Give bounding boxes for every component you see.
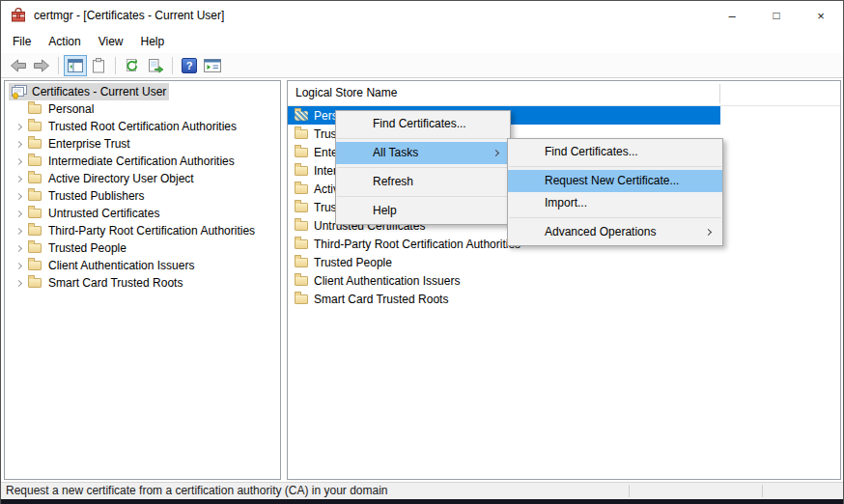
list-row-label: Client Authentication Issuers	[314, 274, 460, 288]
folder-icon	[28, 156, 42, 166]
folder-icon	[28, 174, 42, 183]
tree-item-enterprise-trust[interactable]: Enterprise Trust	[5, 135, 280, 153]
back-arrow-icon	[10, 58, 27, 73]
menu-help[interactable]: Help	[132, 30, 174, 53]
submenu-chevron-icon	[705, 229, 712, 236]
folder-icon	[295, 221, 308, 231]
folder-icon	[295, 239, 308, 249]
menu-item-label: Help	[373, 204, 397, 217]
menu-item-label: Refresh	[373, 175, 413, 188]
expand-chevron-icon[interactable]	[11, 125, 26, 129]
help-button[interactable]	[178, 55, 201, 76]
list-row[interactable]: Trusted People	[288, 253, 840, 271]
submenu-chevron-icon	[492, 150, 499, 156]
window-title: certmgr - [Certificates - Current User]	[34, 1, 224, 30]
tree-item-trusted-people[interactable]: Trusted People	[5, 239, 280, 257]
submenu-find-certificates[interactable]: Find Certificates...	[508, 141, 722, 163]
expand-chevron-icon[interactable]	[11, 246, 26, 251]
menu-separator	[337, 138, 509, 139]
status-text: Request a new certificate from a certifi…	[1, 483, 843, 499]
tree-item-client-authentication-issuers[interactable]: Client Authentication Issuers	[5, 257, 280, 274]
export-list-button[interactable]	[144, 55, 167, 76]
console-tree-pane: Certificates - Current User Personal Tru…	[4, 80, 281, 480]
tree-item-third-party-root-certification-authorities[interactable]: Third-Party Root Certification Authoriti…	[5, 222, 280, 239]
expand-chevron-icon[interactable]	[11, 177, 26, 182]
toolbar	[1, 53, 843, 78]
folder-icon	[295, 148, 308, 157]
folder-icon	[28, 278, 42, 288]
tree-item-untrusted-certificates[interactable]: Untrusted Certificates	[5, 205, 280, 222]
tree-item-active-directory-user-object[interactable]: Active Directory User Object	[5, 170, 280, 187]
menu-separator	[509, 166, 721, 167]
expand-chevron-icon[interactable]	[11, 159, 26, 164]
minimize-button[interactable]: –	[710, 1, 754, 30]
title-bar: certmgr - [Certificates - Current User] …	[1, 1, 843, 30]
back-button[interactable]	[7, 55, 30, 76]
show-action-pane-button[interactable]	[201, 55, 224, 76]
tree-root-selection: Certificates - Current User	[9, 83, 169, 100]
expand-chevron-icon[interactable]	[11, 194, 26, 199]
statusbar-divider	[762, 485, 763, 497]
expand-chevron-icon[interactable]	[11, 211, 26, 216]
close-button[interactable]: ×	[799, 1, 843, 30]
expand-chevron-icon[interactable]	[11, 142, 26, 147]
context-menu-all-tasks[interactable]: All Tasks	[336, 142, 510, 164]
context-menu-help[interactable]: Help	[336, 200, 510, 222]
menu-bar: File Action View Help	[1, 30, 843, 53]
menu-item-label: Request New Certificate...	[545, 174, 679, 187]
tree-item-label: Trusted Publishers	[48, 189, 145, 203]
toolbar-separator	[172, 57, 173, 74]
expand-chevron-icon[interactable]	[11, 264, 26, 268]
forward-button[interactable]	[30, 55, 53, 76]
tree-item-label: Trusted Root Certification Authorities	[48, 120, 237, 133]
folder-icon	[295, 258, 308, 267]
window-bottom-edge	[1, 499, 843, 504]
list-row-label: Smart Card Trusted Roots	[314, 293, 448, 306]
tree-item-label: Smart Card Trusted Roots	[48, 276, 183, 290]
column-header-logical-store-name[interactable]: Logical Store Name	[288, 81, 840, 105]
folder-icon	[28, 243, 42, 253]
folder-icon	[28, 191, 42, 201]
clipboard-button[interactable]	[87, 55, 110, 76]
expand-chevron-icon[interactable]	[11, 281, 26, 286]
tree-item-smart-card-trusted-roots[interactable]: Smart Card Trusted Roots	[5, 274, 280, 292]
menu-action[interactable]: Action	[40, 30, 89, 53]
certmgr-window: certmgr - [Certificates - Current User] …	[0, 0, 844, 504]
column-divider[interactable]	[719, 84, 720, 103]
list-header: Logical Store Name	[288, 81, 840, 106]
folder-icon	[28, 104, 42, 114]
list-row[interactable]: Smart Card Trusted Roots	[288, 290, 840, 308]
menu-item-label: All Tasks	[373, 146, 418, 159]
toolbar-separator	[58, 57, 59, 74]
help-icon	[182, 58, 197, 73]
refresh-icon	[125, 58, 140, 73]
tree-root-certificates-current-user[interactable]: Certificates - Current User	[5, 83, 280, 100]
folder-icon	[295, 129, 308, 139]
menu-separator	[337, 196, 509, 197]
maximize-button[interactable]: □	[754, 1, 799, 30]
menu-separator	[509, 217, 721, 218]
clipboard-icon	[92, 58, 105, 73]
submenu-request-new-certificate[interactable]: Request New Certificate...	[508, 170, 722, 192]
tree-item-trusted-publishers[interactable]: Trusted Publishers	[5, 187, 280, 205]
folder-icon	[28, 261, 42, 270]
submenu-advanced-operations[interactable]: Advanced Operations	[508, 221, 722, 243]
certificates-tree: Certificates - Current User Personal Tru…	[5, 81, 280, 292]
show-console-tree-button[interactable]	[64, 55, 87, 76]
list-row[interactable]: Client Authentication Issuers	[288, 271, 840, 290]
expand-chevron-icon[interactable]	[11, 229, 26, 234]
menu-item-label: Import...	[545, 196, 587, 210]
context-menu-find-certificates[interactable]: Find Certificates...	[336, 113, 510, 135]
tree-item-personal[interactable]: Personal	[5, 100, 280, 118]
refresh-button[interactable]	[121, 55, 144, 76]
tree-item-trusted-root-certification-authorities[interactable]: Trusted Root Certification Authorities	[5, 118, 280, 135]
menu-file[interactable]: File	[4, 30, 40, 53]
tree-item-label: Untrusted Certificates	[48, 207, 159, 220]
context-menu-refresh[interactable]: Refresh	[336, 171, 510, 193]
tree-root-label: Certificates - Current User	[32, 85, 166, 98]
folder-icon	[295, 276, 308, 286]
folder-icon	[28, 209, 42, 218]
tree-item-intermediate-certification-authorities[interactable]: Intermediate Certification Authorities	[5, 153, 280, 170]
submenu-import[interactable]: Import...	[508, 192, 722, 214]
menu-view[interactable]: View	[90, 30, 132, 53]
